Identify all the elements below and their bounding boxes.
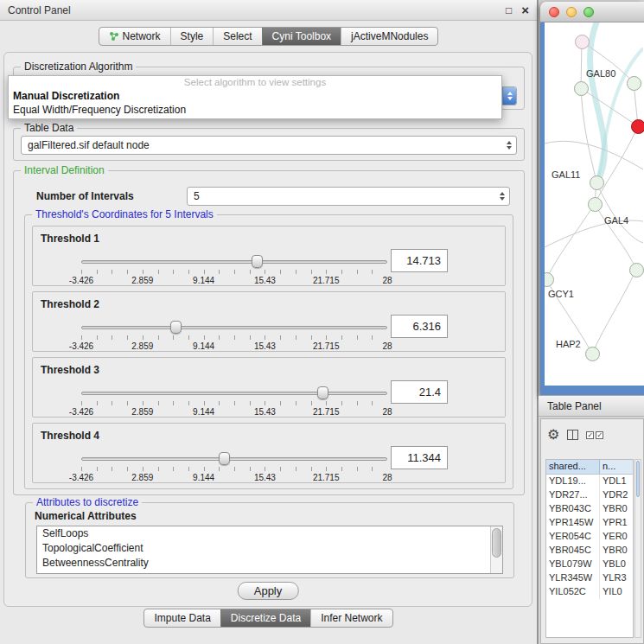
check-icon[interactable]: ✓ (586, 431, 594, 439)
combobox-stepper-icon[interactable] (502, 87, 516, 105)
slider-track[interactable] (81, 260, 387, 264)
network-node-selected[interactable] (631, 119, 644, 134)
slider-thumb[interactable] (317, 386, 328, 399)
slider-thumb[interactable] (252, 255, 263, 268)
apply-button[interactable]: Apply (238, 582, 299, 600)
select-columns-icons[interactable]: ✓ ✓ (586, 431, 603, 439)
tab-label: Cyni Toolbox (272, 30, 331, 42)
tab-discretize-data[interactable]: Discretize Data (220, 609, 310, 627)
table-row[interactable]: YBR045CYBR0 (546, 544, 633, 558)
node-attribute-table[interactable]: shared... n... YDL19...YDL1 YDR27...YDR2… (545, 459, 634, 638)
network-node[interactable] (627, 76, 641, 91)
slider-thumb[interactable] (219, 452, 230, 465)
threshold-value-field[interactable]: 14.713 (391, 249, 448, 272)
column-header[interactable]: shared... (546, 460, 600, 474)
network-node[interactable] (629, 263, 644, 277)
slider-ticks (81, 467, 387, 471)
minimize-traffic-light-icon[interactable] (566, 7, 577, 17)
list-item[interactable]: BetweennessCentrality (37, 556, 502, 571)
threshold-value-field[interactable]: 21.4 (391, 380, 448, 404)
interval-definition-title: Interval Definition (21, 164, 108, 176)
node-label: GAL4 (604, 215, 628, 226)
threshold-panel: Threshold 3 -3.426 2.859 9.144 15.43 21.… (32, 357, 506, 418)
combobox-stepper-icon[interactable] (502, 137, 516, 154)
table-row[interactable]: YER054CYER0 (546, 530, 633, 544)
columns-icon[interactable] (567, 430, 578, 440)
close-traffic-light-icon[interactable] (549, 7, 559, 17)
node-label: GAL80 (586, 68, 615, 79)
check-icon[interactable]: ✓ (596, 431, 603, 439)
threshold-label: Threshold 4 (41, 430, 99, 442)
threshold-slider[interactable]: -3.426 2.859 9.144 15.43 21.715 28 (81, 386, 387, 418)
float-window-icon[interactable]: □ (506, 4, 512, 16)
list-item[interactable]: TopologicalCoefficient (37, 541, 502, 556)
network-node[interactable] (588, 197, 603, 212)
list-item[interactable]: SelfLoops (37, 526, 502, 541)
column-header[interactable]: n... (600, 460, 633, 474)
tab-label: jActiveMNodules (351, 30, 428, 42)
table-row[interactable]: YLR345WYLR3 (546, 571, 633, 585)
cell: YPR1 (600, 516, 633, 530)
zoom-traffic-light-icon[interactable] (583, 7, 594, 17)
dropdown-item-equal-width-frequency[interactable]: Equal Width/Frequency Discretization (9, 103, 501, 117)
tab-label: Network (123, 30, 161, 42)
slider-track[interactable] (81, 392, 387, 395)
table-row[interactable]: YDL19...YDL1 (546, 475, 633, 488)
network-node[interactable] (575, 35, 590, 49)
cell: YER054C (546, 530, 600, 544)
tick-label: 9.144 (193, 341, 214, 351)
numerical-attributes-list[interactable]: SelfLoops TopologicalCoefficient Between… (36, 526, 503, 574)
slider-scale: -3.426 2.859 9.144 15.43 21.715 28 (81, 276, 387, 286)
tick-label: 2.859 (131, 473, 153, 482)
network-node[interactable] (590, 175, 604, 190)
node-label: GAL11 (552, 169, 580, 180)
cell: YBR045C (546, 544, 600, 558)
tab-jactivemnodules[interactable]: jActiveMNodules (341, 28, 437, 45)
network-node[interactable] (585, 347, 600, 361)
tab-infer-network[interactable]: Infer Network (310, 609, 392, 627)
control-panel: Control Panel □ × Network Style Select C… (0, 0, 538, 644)
threshold-value-field[interactable]: 6.316 (391, 315, 448, 338)
table-row[interactable]: YDR27...YDR2 (546, 488, 633, 502)
dropdown-item-manual-discretization[interactable]: Manual Discretization (9, 89, 501, 103)
tab-network[interactable]: Network (99, 28, 170, 45)
gear-icon[interactable]: ⚙ (547, 428, 559, 442)
tab-impute-data[interactable]: Impute Data (144, 609, 220, 627)
table-row[interactable]: YBR043CYBR0 (546, 502, 633, 516)
table-panel-title: Table Panel (547, 400, 602, 412)
network-canvas[interactable]: GAL80 GAL11 GAL4 GCY1 HAP2 (545, 22, 644, 386)
table-row[interactable]: YBL079WYBL0 (546, 558, 633, 571)
slider-scale: -3.426 2.859 9.144 15.43 21.715 28 (81, 341, 387, 352)
tick-label: 21.715 (313, 473, 340, 482)
number-of-intervals-value: 5 (194, 190, 495, 202)
table-row[interactable]: YPR145WYPR1 (546, 516, 633, 530)
table-scrollbar[interactable] (634, 459, 641, 638)
threshold-label: Threshold 3 (41, 364, 99, 376)
threshold-value-field[interactable]: 11.344 (391, 446, 448, 469)
table-data-combobox[interactable]: galFiltered.sif default node (21, 136, 517, 155)
cyni-mode-tabs: Impute Data Discretize Data Infer Networ… (0, 609, 537, 628)
cell: YIL052C (546, 585, 600, 599)
tab-label: Impute Data (154, 612, 210, 624)
network-window-titlebar[interactable] (540, 2, 644, 22)
combobox-stepper-icon[interactable] (495, 188, 509, 205)
table-panel-body: ⚙ ✓ ✓ shared... n... YDL19...YDL1 YDR27.… (540, 418, 644, 644)
tab-style[interactable]: Style (170, 28, 214, 45)
threshold-slider[interactable]: -3.426 2.859 9.144 15.43 21.715 28 (81, 320, 387, 353)
threshold-slider[interactable]: -3.426 2.859 9.144 15.43 21.715 28 (81, 451, 387, 484)
number-of-intervals-combobox[interactable]: 5 (187, 187, 510, 206)
scrollbar-thumb[interactable] (636, 461, 640, 497)
slider-track[interactable] (81, 326, 387, 329)
close-icon[interactable]: × (521, 5, 529, 16)
tab-select[interactable]: Select (213, 28, 261, 45)
tick-label: -3.426 (69, 276, 93, 285)
threshold-slider[interactable]: -3.426 2.859 9.144 15.43 21.715 28 (81, 254, 387, 287)
number-of-intervals-label: Number of Intervals (36, 190, 134, 202)
tab-cyni-toolbox[interactable]: Cyni Toolbox (262, 28, 341, 45)
slider-track[interactable] (81, 457, 387, 461)
network-node[interactable] (574, 81, 589, 96)
list-scrollbar[interactable] (490, 526, 502, 573)
slider-thumb[interactable] (170, 321, 182, 334)
scrollbar-thumb[interactable] (492, 528, 501, 558)
table-row[interactable]: YIL052CYIL0 (546, 585, 633, 599)
